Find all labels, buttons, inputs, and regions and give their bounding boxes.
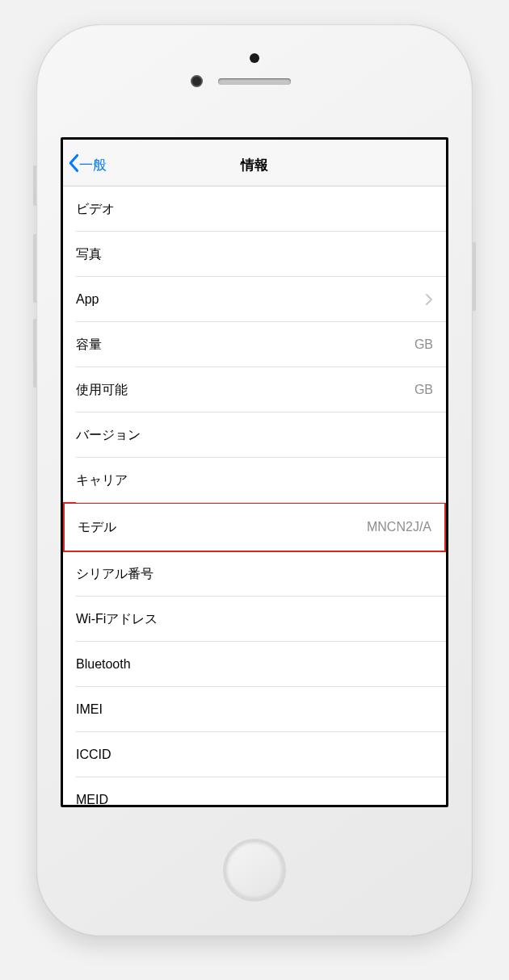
navbar: 一般 情報 — [63, 140, 446, 186]
volume-down-button — [33, 319, 36, 387]
row-label: Wi-Fiアドレス — [76, 611, 158, 628]
highlight-annotation: モデル MNCN2J/A — [63, 502, 446, 552]
row-video[interactable]: ビデオ — [63, 186, 446, 232]
row-wifi[interactable]: Wi-Fiアドレス — [63, 597, 446, 642]
row-serial[interactable]: シリアル番号 — [63, 551, 446, 597]
back-button[interactable]: 一般 — [68, 153, 107, 177]
home-button[interactable] — [223, 839, 286, 902]
row-label: バージョン — [76, 427, 141, 444]
chevron-right-icon — [425, 293, 433, 306]
phone-frame: 一般 情報 ビデオ 写真 App — [36, 24, 473, 936]
row-label: 写真 — [76, 246, 102, 263]
row-photos[interactable]: 写真 — [63, 232, 446, 277]
row-label: シリアル番号 — [76, 566, 154, 583]
row-meid[interactable]: MEID — [63, 777, 446, 807]
front-camera — [191, 75, 203, 87]
back-label: 一般 — [79, 156, 107, 174]
row-carrier[interactable]: キャリア — [63, 458, 446, 503]
row-label: 容量 — [76, 337, 102, 354]
row-label: ICCID — [76, 748, 111, 762]
row-label: ビデオ — [76, 201, 115, 218]
row-app[interactable]: App — [63, 277, 446, 322]
proximity-sensor — [250, 53, 259, 63]
row-label: App — [76, 292, 99, 307]
row-label: Bluetooth — [76, 657, 131, 672]
row-capacity[interactable]: 容量 GB — [63, 322, 446, 367]
row-label: キャリア — [76, 472, 128, 489]
row-value: MNCN2J/A — [367, 520, 431, 534]
settings-list: ビデオ 写真 App 容量 GB — [63, 186, 446, 807]
row-label: モデル — [78, 519, 116, 536]
row-iccid[interactable]: ICCID — [63, 732, 446, 777]
chevron-left-icon — [68, 153, 79, 177]
row-model[interactable]: モデル MNCN2J/A — [65, 504, 444, 551]
screen: 一般 情報 ビデオ 写真 App — [61, 137, 448, 807]
row-label: 使用可能 — [76, 382, 128, 399]
earpiece-speaker — [218, 78, 291, 85]
row-available[interactable]: 使用可能 GB — [63, 367, 446, 413]
row-value: GB — [414, 337, 433, 352]
power-button — [473, 242, 476, 311]
row-imei[interactable]: IMEI — [63, 687, 446, 732]
row-label: MEID — [76, 793, 108, 807]
row-label: IMEI — [76, 702, 103, 717]
row-value: GB — [414, 383, 433, 397]
row-bluetooth[interactable]: Bluetooth — [63, 642, 446, 687]
navbar-title: 情報 — [241, 156, 268, 174]
row-version[interactable]: バージョン — [63, 413, 446, 458]
